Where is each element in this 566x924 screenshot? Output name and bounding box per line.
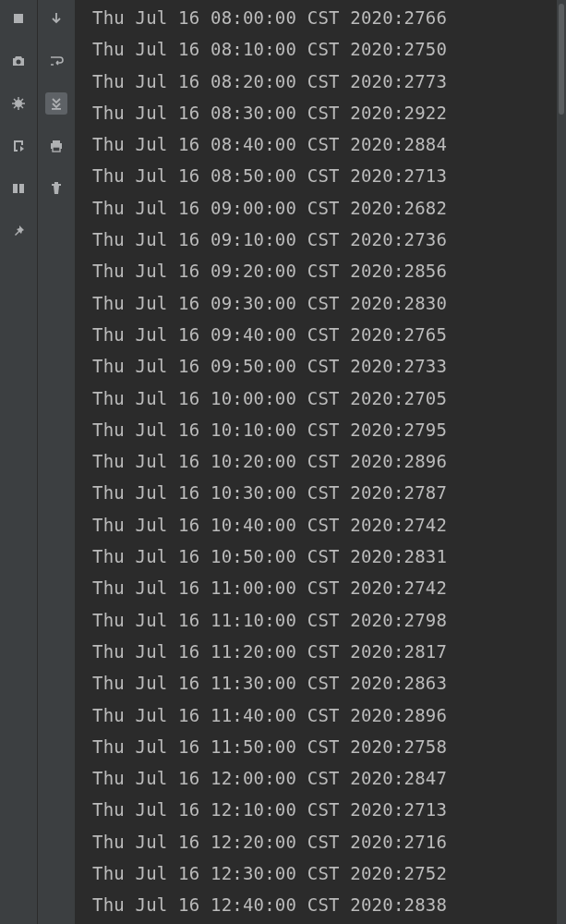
- scroll-to-end-icon[interactable]: [45, 92, 67, 115]
- svg-rect-6: [53, 140, 60, 143]
- scrollbar-thumb[interactable]: [559, 4, 564, 115]
- arrow-down-icon[interactable]: [45, 7, 67, 30]
- console-line: Thu Jul 16 09:50:00 CST 2020:2733: [92, 350, 557, 382]
- gutter: [76, 0, 87, 924]
- console-line: Thu Jul 16 08:20:00 CST 2020:2773: [92, 66, 557, 97]
- vertical-scrollbar[interactable]: [557, 0, 566, 924]
- console-line: Thu Jul 16 10:10:00 CST 2020:2795: [92, 414, 557, 445]
- svg-rect-8: [53, 147, 60, 152]
- console-line: Thu Jul 16 12:00:00 CST 2020:2847: [92, 762, 557, 794]
- console-line: Thu Jul 16 09:40:00 CST 2020:2765: [92, 319, 557, 350]
- svg-rect-9: [52, 184, 61, 186]
- svg-rect-3: [13, 184, 18, 193]
- console-line: Thu Jul 16 11:20:00 CST 2020:2817: [92, 636, 557, 667]
- console-line: Thu Jul 16 11:40:00 CST 2020:2896: [92, 699, 557, 731]
- stop-icon[interactable]: [7, 7, 30, 30]
- console-toolbar: [38, 0, 76, 924]
- soft-wrap-icon[interactable]: [45, 50, 67, 72]
- console-line: Thu Jul 16 12:30:00 CST 2020:2752: [92, 857, 557, 889]
- console-line: Thu Jul 16 08:30:00 CST 2020:2922: [92, 97, 557, 128]
- console-line: Thu Jul 16 10:40:00 CST 2020:2742: [92, 509, 557, 541]
- console-line: Thu Jul 16 11:10:00 CST 2020:2798: [92, 604, 557, 636]
- svg-rect-5: [52, 108, 61, 110]
- console-line: Thu Jul 16 10:00:00 CST 2020:2705: [92, 383, 557, 414]
- svg-point-2: [15, 100, 22, 107]
- svg-rect-0: [14, 14, 23, 23]
- console-line: Thu Jul 16 12:40:00 CST 2020:2838: [92, 889, 557, 920]
- console-line: Thu Jul 16 08:50:00 CST 2020:2713: [92, 160, 557, 191]
- console-line: Thu Jul 16 09:30:00 CST 2020:2830: [92, 287, 557, 319]
- debug-icon[interactable]: [7, 92, 30, 115]
- console-output[interactable]: Thu Jul 16 08:00:00 CST 2020:2766Thu Jul…: [87, 0, 557, 924]
- console-line: Thu Jul 16 09:20:00 CST 2020:2856: [92, 255, 557, 286]
- trash-icon[interactable]: [45, 177, 67, 200]
- console-line: Thu Jul 16 11:00:00 CST 2020:2742: [92, 572, 557, 603]
- console-line: Thu Jul 16 08:00:00 CST 2020:2766: [92, 2, 557, 33]
- console-line: Thu Jul 16 10:20:00 CST 2020:2896: [92, 445, 557, 477]
- print-icon[interactable]: [45, 135, 67, 157]
- layout-icon[interactable]: [7, 177, 30, 200]
- left-toolbar: [0, 0, 38, 924]
- console-line: Thu Jul 16 11:50:00 CST 2020:2758: [92, 731, 557, 762]
- console-line: Thu Jul 16 09:10:00 CST 2020:2736: [92, 224, 557, 255]
- console-line: Thu Jul 16 11:30:00 CST 2020:2863: [92, 667, 557, 699]
- export-icon[interactable]: [7, 135, 30, 157]
- console-line: Thu Jul 16 10:50:00 CST 2020:2831: [92, 541, 557, 572]
- app-root: Thu Jul 16 08:00:00 CST 2020:2766Thu Jul…: [0, 0, 566, 924]
- console-line: Thu Jul 16 08:10:00 CST 2020:2750: [92, 33, 557, 65]
- console-line: Thu Jul 16 08:40:00 CST 2020:2884: [92, 128, 557, 160]
- console-line: Thu Jul 16 10:30:00 CST 2020:2787: [92, 477, 557, 508]
- console-line: Thu Jul 16 12:20:00 CST 2020:2716: [92, 826, 557, 857]
- svg-point-1: [17, 60, 21, 65]
- pin-icon[interactable]: [7, 220, 30, 242]
- camera-icon[interactable]: [7, 50, 30, 72]
- console-line: Thu Jul 16 09:00:00 CST 2020:2682: [92, 192, 557, 224]
- svg-rect-10: [54, 182, 58, 184]
- svg-rect-4: [19, 184, 24, 193]
- console-line: Thu Jul 16 12:10:00 CST 2020:2713: [92, 794, 557, 825]
